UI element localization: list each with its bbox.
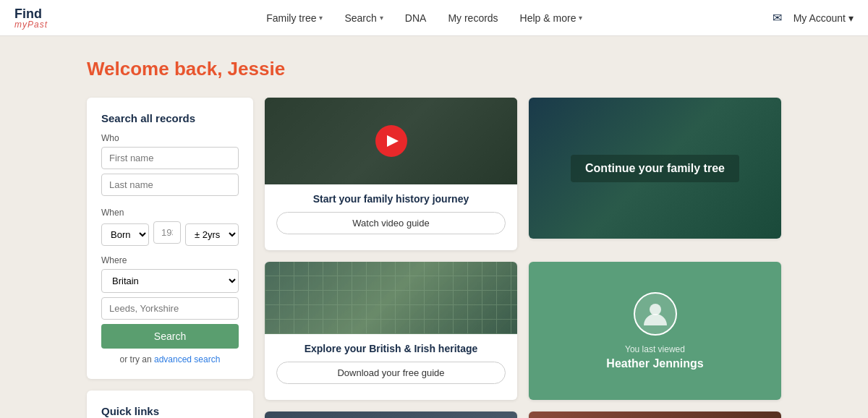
- person-silhouette: [641, 299, 670, 328]
- fridays-card[interactable]: Fridays: [265, 411, 517, 418]
- logo-mypast: myPast: [14, 20, 48, 29]
- watch-video-button[interactable]: Watch video guide: [276, 212, 506, 234]
- location-input[interactable]: [101, 297, 239, 320]
- welcome-heading: Welcome back, Jessie: [87, 58, 781, 80]
- last-viewed-card[interactable]: You last viewed Heather Jennings: [529, 262, 781, 400]
- main-content: Welcome back, Jessie Search all records …: [0, 36, 868, 418]
- search-panel: Search all records Who When Born ± 2yrs …: [87, 98, 253, 379]
- page-layout: Search all records Who When Born ± 2yrs …: [87, 98, 781, 418]
- last-viewed-label: You last viewed: [625, 344, 685, 354]
- map-thumbnail: [265, 262, 517, 334]
- when-row: Born ± 2yrs: [101, 221, 239, 248]
- born-select[interactable]: Born: [101, 223, 149, 246]
- quick-links-panel: Quick links ☰ All record sets 📋 Birth, m…: [87, 391, 253, 418]
- family-tree-label: Continue your family tree: [571, 155, 739, 182]
- last-name-input[interactable]: [101, 174, 239, 196]
- play-button[interactable]: [375, 125, 407, 157]
- where-select[interactable]: Britain: [101, 269, 239, 293]
- mail-icon[interactable]: ✉: [773, 11, 782, 25]
- download-guide-button[interactable]: Download your free guide: [276, 362, 506, 384]
- quick-links-title: Quick links: [101, 405, 239, 417]
- family-tree-overlay: Continue your family tree: [529, 98, 781, 239]
- last-viewed-name: Heather Jennings: [606, 357, 703, 370]
- chevron-down-icon: ▾: [319, 14, 323, 22]
- video-card-title: Start your family history journey: [276, 193, 506, 205]
- chevron-down-icon: ▾: [848, 12, 854, 24]
- year-input[interactable]: [153, 221, 181, 244]
- avatar: [634, 292, 677, 336]
- logo[interactable]: Find myPast: [14, 7, 48, 29]
- first-name-input[interactable]: [101, 147, 239, 169]
- nav-links: Family tree ▾ Search ▾ DNA My records He…: [77, 12, 773, 24]
- advanced-link[interactable]: advanced search: [154, 354, 220, 364]
- search-button[interactable]: Search: [101, 324, 239, 349]
- chevron-down-icon: ▾: [579, 14, 582, 22]
- svg-point-0: [650, 304, 661, 315]
- map-grid-overlay: [265, 262, 517, 334]
- logo-find: Find: [14, 7, 48, 20]
- map-card-title: Explore your British & Irish heritage: [276, 343, 506, 354]
- map-card-text: Explore your British & Irish heritage Do…: [265, 334, 517, 393]
- nav-dna[interactable]: DNA: [405, 12, 427, 24]
- who-label: Who: [101, 133, 239, 143]
- advanced-search-link: or try an advanced search: [101, 354, 239, 364]
- right-column: Start your family history journey Watch …: [265, 98, 781, 418]
- left-column: Search all records Who When Born ± 2yrs …: [87, 98, 253, 418]
- nav-right: ✉ My Account ▾: [773, 11, 854, 25]
- nav-my-records[interactable]: My records: [448, 12, 498, 24]
- when-label: When: [101, 208, 239, 218]
- video-card-text: Start your family history journey Watch …: [265, 184, 517, 243]
- range-select[interactable]: ± 2yrs: [185, 223, 239, 246]
- video-overlay: [265, 98, 517, 184]
- search-panel-title: Search all records: [101, 112, 239, 124]
- nav-help-more[interactable]: Help & more ▾: [520, 12, 583, 24]
- where-label: Where: [101, 255, 239, 265]
- church-card[interactable]: [529, 411, 781, 418]
- chevron-down-icon: ▾: [380, 14, 383, 22]
- account-menu[interactable]: My Account ▾: [793, 12, 854, 24]
- main-nav: Find myPast Family tree ▾ Search ▾ DNA M…: [0, 0, 868, 36]
- family-tree-card[interactable]: Continue your family tree: [529, 98, 781, 239]
- nav-family-tree[interactable]: Family tree ▾: [266, 12, 323, 24]
- map-card: Explore your British & Irish heritage Do…: [265, 262, 517, 400]
- video-card: Start your family history journey Watch …: [265, 98, 517, 250]
- video-thumbnail[interactable]: [265, 98, 517, 184]
- nav-search[interactable]: Search ▾: [344, 12, 383, 24]
